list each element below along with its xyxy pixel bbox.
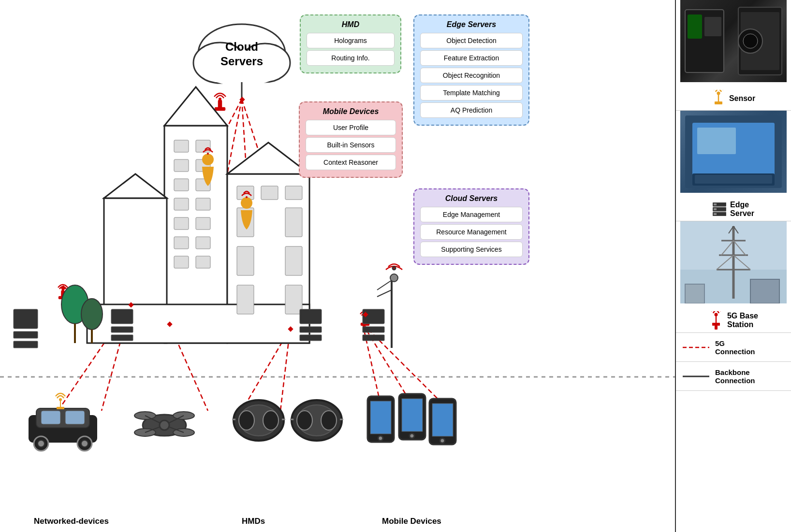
svg-point-120 xyxy=(263,411,278,430)
svg-rect-34 xyxy=(59,297,67,299)
svg-rect-41 xyxy=(164,126,227,343)
svg-rect-53 xyxy=(196,179,210,191)
svg-point-23 xyxy=(258,185,260,187)
svg-point-126 xyxy=(321,411,337,430)
svg-point-134 xyxy=(410,433,414,438)
svg-rect-57 xyxy=(196,217,210,230)
svg-point-0 xyxy=(198,24,285,82)
svg-point-151 xyxy=(717,92,720,95)
svg-point-1 xyxy=(193,43,247,83)
svg-point-95 xyxy=(393,267,396,270)
svg-rect-50 xyxy=(174,159,189,172)
svg-rect-72 xyxy=(111,327,133,332)
svg-rect-67 xyxy=(237,246,254,275)
svg-point-125 xyxy=(297,411,312,430)
svg-line-12 xyxy=(58,304,131,411)
svg-rect-66 xyxy=(285,208,302,237)
svg-point-118 xyxy=(239,405,278,436)
svg-line-112 xyxy=(145,416,164,425)
svg-rect-160 xyxy=(714,203,717,205)
svg-point-20 xyxy=(219,98,221,101)
svg-line-113 xyxy=(164,416,184,425)
svg-marker-46 xyxy=(104,174,167,198)
cloud-item-0: Edge Management xyxy=(420,207,523,222)
svg-rect-39 xyxy=(364,317,366,323)
svg-rect-54 xyxy=(174,198,189,210)
connection-5g-legend: 5G Connection xyxy=(676,333,791,362)
svg-line-8 xyxy=(203,99,242,174)
svg-point-29 xyxy=(130,301,132,303)
svg-rect-37 xyxy=(286,333,294,335)
svg-rect-24 xyxy=(258,187,260,193)
svg-rect-49 xyxy=(196,140,210,152)
edge-server-label: Edge Server xyxy=(730,201,754,218)
svg-point-119 xyxy=(239,411,254,430)
svg-rect-129 xyxy=(367,396,394,442)
svg-rect-89 xyxy=(14,331,38,338)
svg-rect-162 xyxy=(714,208,717,210)
svg-point-26 xyxy=(166,209,168,212)
svg-line-114 xyxy=(145,425,164,432)
svg-rect-60 xyxy=(174,256,189,268)
svg-rect-47 xyxy=(87,304,309,343)
svg-rect-75 xyxy=(300,327,322,332)
svg-line-10 xyxy=(242,99,247,174)
sensor-label: Sensor xyxy=(729,94,755,103)
svg-text:Cloud: Cloud xyxy=(225,40,258,53)
sensor-photo xyxy=(680,0,787,82)
svg-rect-68 xyxy=(285,246,302,275)
svg-rect-59 xyxy=(196,237,210,249)
svg-rect-69 xyxy=(237,285,254,314)
svg-rect-48 xyxy=(174,140,189,152)
cloud-server-box: Cloud Servers Edge Management Resource M… xyxy=(413,188,529,265)
svg-rect-70 xyxy=(285,285,302,314)
hmd-service-box: HMD Holograms Routing Info. xyxy=(300,14,401,73)
svg-point-110 xyxy=(134,429,156,436)
svg-rect-27 xyxy=(166,211,168,217)
svg-rect-132 xyxy=(399,394,425,440)
svg-rect-146 xyxy=(704,17,721,36)
svg-point-179 xyxy=(714,313,718,316)
svg-line-18 xyxy=(363,324,416,411)
mobile-service-box: Mobile Devices User Profile Built-in Sen… xyxy=(299,101,403,178)
svg-line-19 xyxy=(363,324,450,411)
svg-point-104 xyxy=(59,398,62,401)
svg-point-94 xyxy=(390,274,398,282)
cloud-item-1: Resource Management xyxy=(420,224,523,240)
svg-rect-51 xyxy=(196,159,210,172)
svg-point-101 xyxy=(77,436,92,451)
svg-rect-133 xyxy=(402,399,423,431)
svg-point-117 xyxy=(234,400,284,441)
svg-rect-78 xyxy=(363,327,384,332)
svg-rect-139 xyxy=(128,302,133,307)
svg-rect-88 xyxy=(14,309,38,329)
edge-item-2: Object Recognition xyxy=(420,68,523,83)
svg-rect-64 xyxy=(285,186,302,200)
svg-point-111 xyxy=(173,429,194,436)
svg-rect-178 xyxy=(685,284,704,303)
svg-rect-52 xyxy=(174,179,189,191)
svg-text:Servers: Servers xyxy=(220,55,263,68)
svg-rect-153 xyxy=(715,101,722,104)
hmd-item-0: Holograms xyxy=(307,33,395,48)
svg-line-13 xyxy=(102,304,131,411)
mobile-box-title: Mobile Devices xyxy=(306,107,396,116)
svg-rect-25 xyxy=(255,193,263,195)
svg-rect-33 xyxy=(62,291,64,297)
svg-rect-158 xyxy=(695,175,772,184)
svg-point-150 xyxy=(743,34,758,48)
mobile-item-2: Context Reasoner xyxy=(306,155,396,170)
backbone-legend: Backbone Connection xyxy=(676,362,791,391)
svg-point-3 xyxy=(201,49,283,86)
svg-rect-135 xyxy=(429,399,456,445)
svg-line-15 xyxy=(242,329,290,411)
svg-line-14 xyxy=(169,324,208,411)
svg-rect-45 xyxy=(104,198,167,343)
svg-rect-43 xyxy=(227,174,309,343)
mobile-item-0: User Profile xyxy=(306,120,396,135)
edge-box-title: Edge Servers xyxy=(420,20,523,29)
edge-item-1: Feature Extraction xyxy=(420,50,523,66)
hmd-box-title: HMD xyxy=(307,20,395,29)
svg-point-131 xyxy=(378,436,383,441)
svg-rect-58 xyxy=(174,237,189,249)
